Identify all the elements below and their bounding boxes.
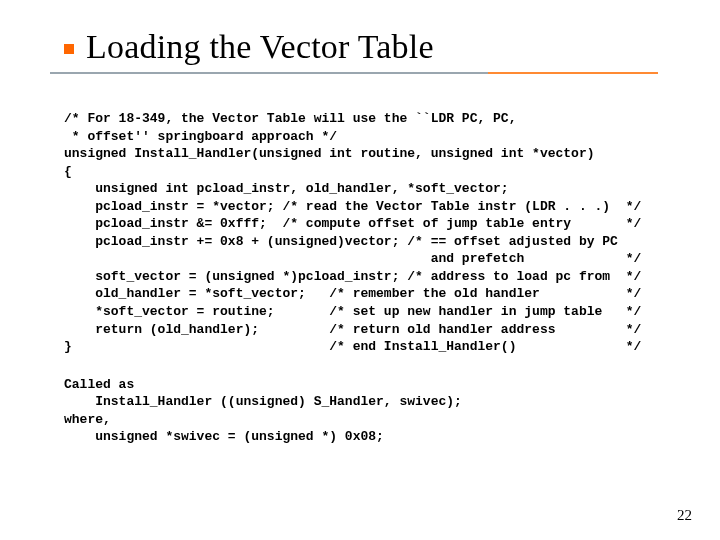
annotation-block: Called as Install_Handler ((unsigned) S_…	[64, 376, 672, 446]
slide: Loading the Vector Table /* For 18-349, …	[0, 0, 720, 540]
page-number: 22	[677, 507, 692, 524]
page-title: Loading the Vector Table	[86, 28, 434, 66]
title-underline	[50, 72, 658, 74]
title-bullet-icon	[64, 44, 74, 54]
title-row: Loading the Vector Table	[64, 28, 672, 66]
code-block: /* For 18-349, the Vector Table will use…	[64, 110, 672, 356]
